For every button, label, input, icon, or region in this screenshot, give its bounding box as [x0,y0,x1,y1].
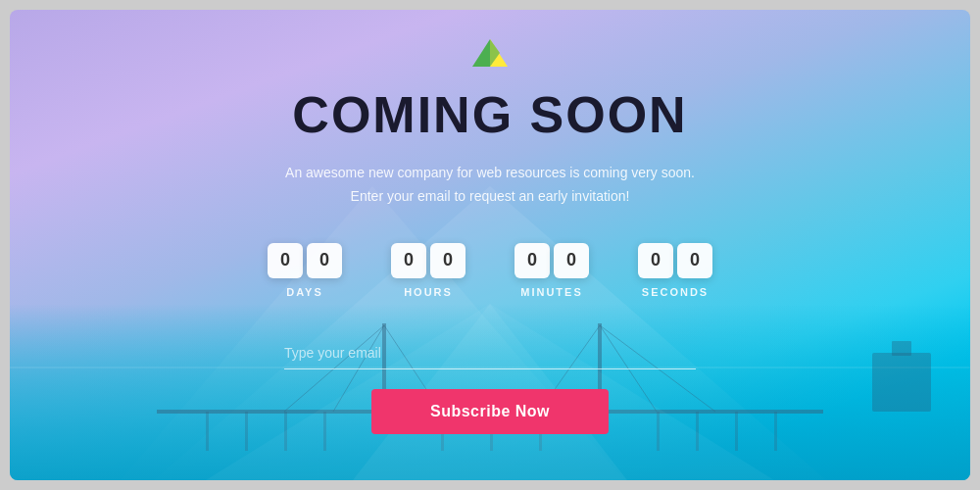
page-container: COMING SOON An awesome new company for w… [10,10,970,480]
seconds-digit-1: 0 [638,243,673,278]
minutes-label: MINUTES [520,286,583,298]
seconds-digit-2: 0 [677,243,712,278]
days-digit-1: 0 [268,243,303,278]
svg-marker-26 [472,39,490,67]
countdown-days: 0 0 DAYS [268,243,342,298]
main-content: COMING SOON An awesome new company for w… [10,39,970,434]
minutes-digits: 0 0 [514,243,589,278]
page-title: COMING SOON [292,85,687,144]
countdown-hours: 0 0 HOURS [391,243,466,298]
days-digit-2: 0 [307,243,342,278]
countdown: 0 0 DAYS 0 0 HOURS 0 0 MINUTES [268,243,712,298]
hours-digit-1: 0 [391,243,426,278]
countdown-minutes: 0 0 MINUTES [514,243,589,298]
minutes-digit-1: 0 [514,243,550,278]
subtitle-line1: An awesome new company for web resources… [285,165,695,180]
minutes-digit-2: 0 [554,243,589,278]
subscribe-button[interactable]: Subscribe Now [371,389,609,434]
hours-label: HOURS [404,286,453,298]
email-input[interactable] [284,337,696,369]
hours-digits: 0 0 [391,243,466,278]
days-digits: 0 0 [268,243,342,278]
subtitle-line2: Enter your email to request an early inv… [351,188,630,204]
logo-icon [472,39,508,67]
logo-container [472,39,508,71]
seconds-label: SECONDS [642,286,709,298]
countdown-seconds: 0 0 SECONDS [638,243,712,298]
subtitle: An awesome new company for web resources… [285,162,695,209]
hours-digit-2: 0 [430,243,466,278]
email-section: Subscribe Now [284,337,696,434]
days-label: DAYS [286,286,323,298]
seconds-digits: 0 0 [638,243,712,278]
